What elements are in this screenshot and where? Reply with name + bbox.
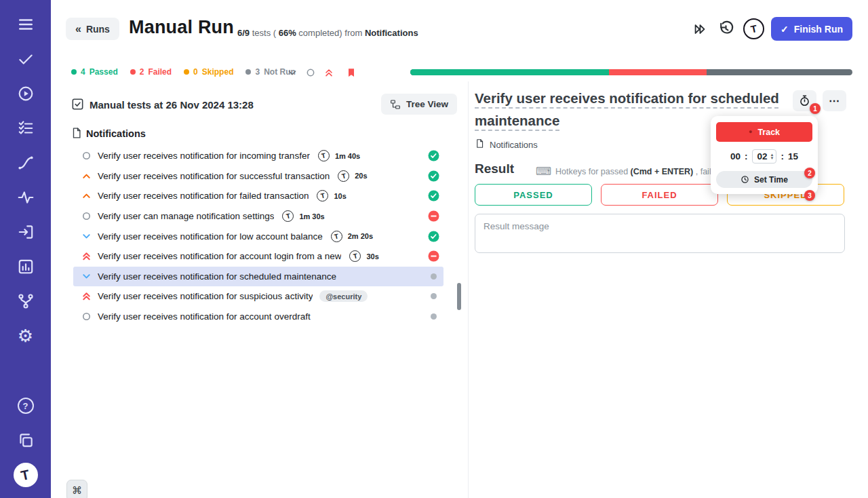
test-row[interactable]: Verify user receives notification for ac…: [73, 307, 443, 327]
keyboard-icon: ⌨: [536, 166, 551, 177]
app-logo-icon[interactable]: T: [12, 461, 39, 489]
status-passed-icon: [428, 231, 439, 242]
status-filters: [286, 66, 357, 79]
run-list-title: Manual tests at 26 Nov 2024 13:28: [90, 99, 254, 111]
failed-button[interactable]: FAILED: [601, 184, 718, 206]
stopwatch-icon: [798, 94, 811, 107]
back-to-runs-button[interactable]: « Runs: [66, 18, 119, 40]
testomat-logo-icon: T: [349, 250, 361, 262]
status-notrun-icon: [428, 311, 439, 322]
double-chevron-up-icon[interactable]: [323, 66, 335, 79]
fast-forward-icon[interactable]: [692, 22, 707, 37]
steps-curve-icon[interactable]: [12, 149, 39, 176]
bookmark-flag-icon[interactable]: [345, 66, 357, 79]
command-palette-button[interactable]: ⌘: [66, 480, 87, 498]
testomat-logo-icon: T: [331, 231, 342, 242]
status-passed-icon: [428, 170, 439, 182]
seconds-value[interactable]: 15: [788, 151, 798, 161]
testomat-logo-icon: T: [282, 210, 294, 222]
source-suite: Notifications: [365, 28, 418, 38]
suite-group-title[interactable]: Notifications: [86, 128, 146, 139]
minutes-value: 02: [757, 151, 768, 161]
minutes-stepper[interactable]: 02 ▲ ▼: [752, 149, 777, 164]
result-heading: Result: [475, 161, 514, 176]
play-circle-icon[interactable]: [12, 80, 39, 107]
test-row[interactable]: Verify user receives notification for ac…: [73, 246, 443, 267]
skipped-dot-icon: [184, 69, 189, 75]
test-row[interactable]: Verify user can manage notification sett…: [73, 206, 443, 227]
time-input-row: 00 : 02 ▲ ▼ : 15: [716, 149, 812, 164]
hamburger-menu-icon[interactable]: [12, 11, 39, 38]
bar-chart-icon[interactable]: [12, 253, 39, 280]
file-icon: [71, 127, 83, 142]
tree-icon: [390, 99, 401, 110]
result-message-input[interactable]: [475, 214, 845, 253]
test-row[interactable]: Verify user receives notification for lo…: [73, 226, 443, 246]
test-row[interactable]: Verify user receives notification for su…: [73, 166, 443, 187]
finish-run-button[interactable]: ✓ Finish Run: [771, 17, 852, 41]
panel-divider: [468, 81, 469, 498]
tour-badge-3: 3: [804, 190, 815, 201]
tree-view-button[interactable]: Tree View: [381, 94, 457, 115]
checklist-icon[interactable]: [12, 115, 39, 142]
status-passed-icon: [428, 150, 439, 161]
circle-filter-icon[interactable]: [304, 66, 317, 79]
percent-complete: 66%: [279, 28, 296, 38]
test-duration: 20s: [355, 172, 367, 180]
breadcrumb[interactable]: Notifications: [475, 138, 538, 151]
record-dot-icon: ●: [749, 129, 752, 135]
gear-icon[interactable]: ⚙: [12, 322, 39, 349]
passed-button[interactable]: PASSED: [475, 184, 592, 206]
clock-icon: [741, 175, 749, 184]
runs-label: Runs: [86, 24, 110, 35]
import-icon[interactable]: [12, 218, 39, 246]
testomat-logo-icon: T: [318, 150, 330, 161]
test-title: Verify user can manage notification sett…: [98, 211, 274, 221]
test-duration: 2m 20s: [348, 232, 373, 240]
test-row-selected[interactable]: Verify user receives notification for sc…: [73, 267, 443, 287]
test-title: Verify user receives notification for in…: [98, 151, 310, 161]
priority-critical-icon: [81, 251, 92, 261]
history-retry-icon[interactable]: [717, 20, 734, 37]
check-icon[interactable]: [12, 45, 39, 73]
more-options-button[interactable]: ⋯: [823, 90, 846, 111]
clipboard-check-icon: [71, 97, 85, 114]
branch-icon[interactable]: [12, 288, 39, 315]
test-list: Verify user receives notification for in…: [73, 146, 443, 326]
test-row[interactable]: Verify user receives notification for in…: [73, 146, 443, 166]
test-title: Verify user receives notification for fa…: [98, 191, 309, 201]
test-title: Verify user receives notification for sc…: [98, 271, 336, 282]
notrun-dot-icon: [245, 69, 251, 75]
status-notrun-icon: [428, 290, 439, 302]
tour-badge-1: 1: [810, 103, 821, 114]
test-row[interactable]: Verify user receives notification for su…: [73, 286, 443, 307]
brand-logo-icon[interactable]: T: [743, 18, 764, 39]
page-title: Manual Run: [129, 17, 234, 38]
status-summary: 4Passed 2Failed 0Skipped 3Not Run: [71, 67, 296, 77]
passed-dot-icon: [71, 69, 77, 75]
testomat-logo-icon: T: [317, 190, 328, 202]
priority-high-icon: [81, 191, 92, 201]
pulse-icon[interactable]: [12, 184, 39, 211]
test-row[interactable]: Verify user receives notification for fa…: [73, 186, 443, 206]
test-duration: 10s: [334, 192, 346, 200]
test-duration: 30s: [366, 252, 378, 261]
set-time-button[interactable]: Set Time: [716, 171, 812, 188]
testomat-logo-icon: T: [338, 170, 349, 182]
app-root: ⚙ ? T « Runs Manual Run 6/9 tests ( 66% …: [0, 0, 868, 498]
priority-low-icon: [81, 231, 92, 242]
projects-copy-icon[interactable]: [12, 427, 39, 454]
skipped-stat: 0Skipped: [184, 67, 233, 77]
priority-high-icon: [81, 171, 92, 181]
spin-down-icon[interactable]: ▼: [770, 157, 774, 160]
chevron-down-icon[interactable]: [286, 66, 298, 79]
status-passed-icon: [428, 190, 439, 202]
failed-stat: 2Failed: [130, 67, 172, 77]
help-icon[interactable]: ?: [12, 392, 39, 419]
test-title: Verify user receives notification for su…: [98, 291, 313, 301]
track-button[interactable]: ● Track: [716, 122, 812, 142]
vertical-scrollbar[interactable]: [457, 283, 461, 310]
progress-passed-segment: [410, 69, 609, 75]
hours-value[interactable]: 00: [730, 151, 741, 161]
priority-critical-icon: [81, 291, 92, 301]
